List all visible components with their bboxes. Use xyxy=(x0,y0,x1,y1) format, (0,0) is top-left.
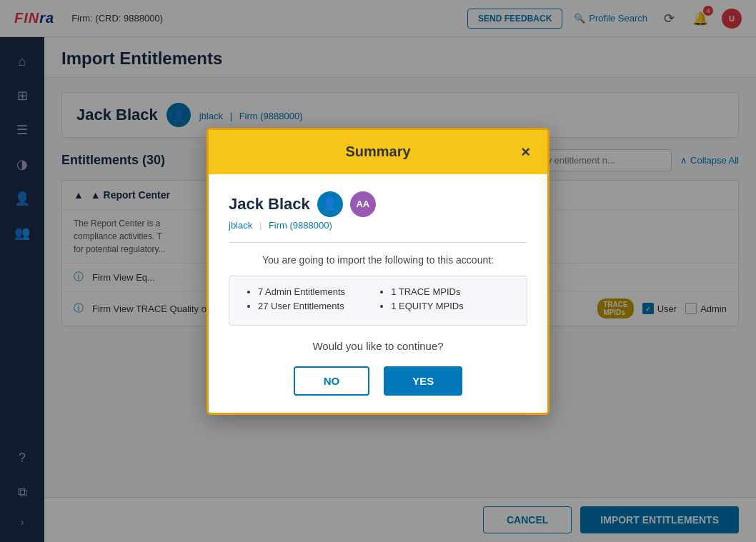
modal-header: Summary × xyxy=(209,130,547,174)
modal-body: Jack Black 👤 AA jblack | Firm (9888000) … xyxy=(209,174,547,413)
modal-list-right: 1 TRACE MPIDs 1 EQUITY MPIDs xyxy=(379,286,464,315)
list-item-trace: 1 TRACE MPIDs xyxy=(391,286,464,297)
modal-user-meta: jblack | Firm (9888000) xyxy=(229,220,527,231)
modal-question: Would you like to continue? xyxy=(229,340,527,352)
modal-list-box: 7 Admin Entitlements 27 User Entitlement… xyxy=(229,276,527,326)
modal-user-row: Jack Black 👤 AA xyxy=(229,191,527,217)
modal-user-name: Jack Black xyxy=(229,195,310,214)
content-area: Import Entitlements Jack Black 👤 jblack … xyxy=(44,37,756,542)
yes-button[interactable]: YES xyxy=(384,366,462,396)
list-item-user: 27 User Entitlements xyxy=(258,301,345,311)
modal-list-left: 7 Admin Entitlements 27 User Entitlement… xyxy=(247,286,345,315)
modal-avatar-blue: 👤 xyxy=(317,191,343,217)
list-item-admin: 7 Admin Entitlements xyxy=(258,286,345,297)
modal-overlay: Summary × Jack Black 👤 AA jbl xyxy=(44,37,756,542)
main-layout: ⌂ ⊞ ☰ ◑ 👤 👥 ? ⧉ › Import Entitlements Ja… xyxy=(0,37,756,542)
no-button[interactable]: NO xyxy=(294,366,370,396)
list-item-equity: 1 EQUITY MPIDs xyxy=(391,301,464,311)
modal-actions: NO YES xyxy=(229,366,527,396)
modal-close-button[interactable]: × xyxy=(521,143,530,161)
modal-title: Summary xyxy=(345,144,410,160)
modal-description: You are going to import the following to… xyxy=(229,254,527,266)
modal-divider xyxy=(229,242,527,243)
modal-user-icon: 👤 xyxy=(322,196,337,211)
modal-avatar-purple: AA xyxy=(350,191,376,217)
summary-modal: Summary × Jack Black 👤 AA jbl xyxy=(207,128,549,415)
